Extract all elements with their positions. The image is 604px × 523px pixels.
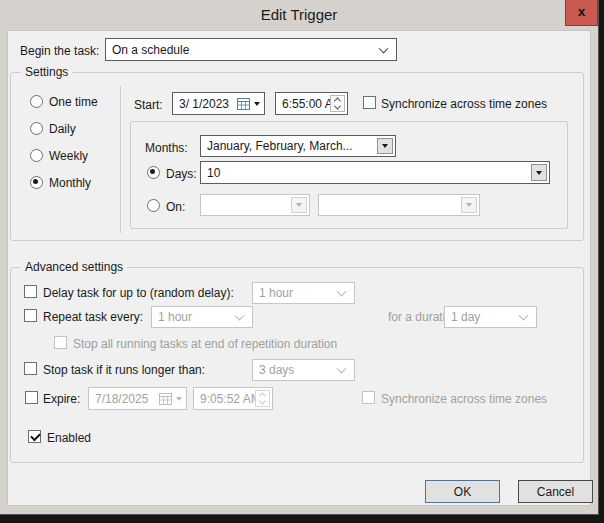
close-icon: x: [578, 4, 585, 19]
start-date-picker[interactable]: 3/ 1/2023: [172, 92, 265, 115]
dropdown-arrow-icon: [382, 144, 388, 148]
spin-down-icon: [259, 397, 266, 404]
calendar-icon: [237, 98, 250, 110]
ok-button-label: OK: [454, 485, 471, 499]
stop-all-tasks-label: Stop all running tasks at end of repetit…: [73, 337, 337, 351]
chevron-down-icon: [235, 311, 245, 321]
days-value: 10: [207, 166, 220, 180]
dropdown-arrow-icon: [536, 171, 542, 175]
radio-monthly[interactable]: [30, 176, 43, 189]
dropdown-arrow-icon: [176, 397, 182, 401]
stop-task-checkbox[interactable]: [24, 362, 37, 375]
dropdown-arrow-icon: [254, 102, 260, 106]
cancel-button[interactable]: Cancel: [518, 480, 593, 503]
chevron-down-icon: [379, 43, 389, 53]
radio-weekly[interactable]: [30, 149, 43, 162]
begin-task-combobox[interactable]: On a schedule: [105, 38, 397, 61]
radio-monthly-label: Monthly: [49, 176, 91, 190]
settings-legend: Settings: [21, 65, 72, 79]
on-label: On:: [166, 200, 185, 214]
duration-value: 1 day: [451, 310, 480, 324]
enabled-label: Enabled: [47, 431, 91, 445]
on-week-dropdown-button: [291, 197, 307, 213]
stop-task-duration-combobox: 3 days: [252, 359, 355, 381]
settings-divider: [120, 86, 121, 233]
months-label: Months:: [145, 141, 188, 155]
chevron-down-icon: [337, 287, 347, 297]
radio-daily-label: Daily: [49, 122, 76, 136]
cancel-button-label: Cancel: [537, 485, 574, 499]
spin-down-icon: [334, 102, 341, 109]
days-combobox[interactable]: 10: [200, 161, 550, 184]
stop-all-tasks-checkbox: [54, 336, 67, 349]
radio-one-time[interactable]: [30, 95, 43, 108]
repeat-task-checkbox[interactable]: [24, 309, 37, 322]
expire-time-spinner: 9:05:52 AM: [193, 387, 273, 410]
expire-time-value: 9:05:52 AM: [200, 392, 261, 406]
start-label: Start:: [134, 98, 163, 112]
time-spinner-buttons: [255, 390, 270, 407]
repeat-interval-combobox: 1 hour: [151, 306, 253, 328]
title-bar: Edit Trigger x: [0, 0, 598, 30]
delay-task-label: Delay task for up to (random delay):: [43, 286, 234, 300]
repeat-task-label: Repeat task every:: [43, 310, 143, 324]
delay-task-checkbox[interactable]: [24, 285, 37, 298]
on-day-combobox: [318, 194, 480, 216]
radio-daily[interactable]: [30, 122, 43, 135]
radio-one-time-label: One time: [49, 95, 98, 109]
dropdown-arrow-icon: [466, 203, 472, 207]
months-dropdown-button[interactable]: [377, 138, 393, 154]
dropdown-arrow-icon: [296, 203, 302, 207]
months-value: January, February, March...: [207, 139, 353, 153]
stop-task-label: Stop task if it runs longer than:: [43, 363, 205, 377]
dialog-title: Edit Trigger: [0, 6, 598, 23]
duration-combobox: 1 day: [444, 306, 537, 328]
expire-checkbox[interactable]: [25, 391, 38, 404]
repeat-interval-value: 1 hour: [158, 310, 192, 324]
expire-sync-checkbox: [362, 391, 375, 404]
advanced-settings-legend: Advanced settings: [21, 260, 127, 274]
chevron-down-icon: [519, 311, 529, 321]
months-combobox[interactable]: January, February, March...: [200, 135, 396, 157]
begin-task-value: On a schedule: [112, 43, 189, 57]
edit-trigger-dialog: Edit Trigger x Begin the task: On a sche…: [0, 0, 599, 515]
begin-task-label: Begin the task:: [20, 44, 99, 58]
chevron-down-icon: [337, 364, 347, 374]
start-time-spinner[interactable]: 6:55:00 AM: [275, 92, 348, 115]
ok-button[interactable]: OK: [425, 480, 500, 503]
expire-date-picker: 7/18/2025: [88, 387, 187, 410]
expire-sync-label: Synchronize across time zones: [381, 392, 547, 406]
expire-label: Expire:: [43, 392, 80, 406]
delay-duration-value: 1 hour: [259, 286, 293, 300]
sync-timezones-label: Synchronize across time zones: [381, 97, 547, 111]
time-spinner-buttons[interactable]: [330, 95, 345, 112]
calendar-icon: [159, 393, 172, 405]
on-day-dropdown-button: [461, 197, 477, 213]
stop-task-duration-value: 3 days: [259, 363, 294, 377]
expire-date-value: 7/18/2025: [95, 392, 148, 406]
on-week-combobox: [200, 194, 310, 216]
enabled-checkbox[interactable]: [28, 430, 41, 443]
delay-duration-combobox: 1 hour: [252, 282, 355, 304]
days-dropdown-button[interactable]: [531, 164, 547, 181]
start-date-value: 3/ 1/2023: [179, 97, 229, 111]
days-label: Days:: [166, 167, 197, 181]
radio-weekly-label: Weekly: [49, 149, 88, 163]
radio-on[interactable]: [147, 199, 160, 212]
close-button[interactable]: x: [565, 0, 598, 26]
sync-timezones-checkbox[interactable]: [363, 96, 376, 109]
radio-days[interactable]: [147, 166, 160, 179]
